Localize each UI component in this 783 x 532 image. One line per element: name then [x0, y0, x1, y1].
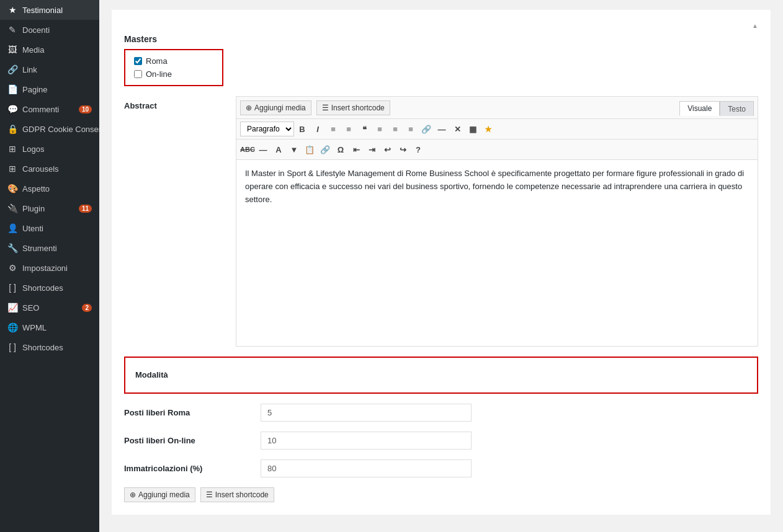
insert-shortcode-button[interactable]: ☰ Insert shortcode: [316, 100, 390, 115]
sidebar-item-logos[interactable]: ⊞ Logos: [0, 139, 99, 159]
logos-icon: ⊞: [7, 144, 17, 154]
immatricolazioni-label: Immatricolazioni (%): [124, 464, 261, 473]
plugin-icon: 🔌: [7, 203, 17, 213]
bottom-add-media-icon: ⊕: [130, 490, 136, 499]
sidebar-item-link[interactable]: 🔗 Link: [0, 60, 99, 79]
sidebar-item-testimonial[interactable]: ★ Testimonial: [0, 0, 99, 20]
checkbox-online[interactable]: [134, 70, 142, 78]
paste-text-button[interactable]: 📋: [302, 142, 317, 157]
font-color-button[interactable]: A: [271, 142, 286, 157]
posti-roma-input[interactable]: [261, 404, 472, 422]
impostazioni-icon: ⚙: [7, 263, 17, 273]
add-media-icon: ⊕: [246, 104, 252, 112]
wpml-icon: 🌐: [7, 322, 17, 332]
posti-roma-row: Posti liberi Roma: [124, 404, 758, 422]
sidebar-item-wpml[interactable]: 🌐 WPML: [0, 317, 99, 337]
sidebar-item-commenti[interactable]: 💬 Commenti 10: [0, 99, 99, 119]
sidebar-item-aspetto[interactable]: 🎨 Aspetto: [0, 179, 99, 198]
align-center-button[interactable]: ≡: [388, 122, 403, 136]
redo-button[interactable]: ↪: [395, 142, 410, 157]
sidebar-label-pagine: Pagine: [22, 85, 92, 94]
bold-button[interactable]: B: [295, 122, 310, 136]
tab-testo[interactable]: Testo: [720, 101, 754, 116]
sidebar-item-shortcodes1[interactable]: [ ] Shortcodes: [0, 278, 99, 298]
paragraph-select[interactable]: Paragrafo: [240, 122, 294, 136]
checkbox-label-roma: Roma: [146, 56, 168, 66]
editor-action-buttons: ⊕ Aggiungi media ☰ Insert shortcode: [240, 100, 393, 115]
carousels-icon: ⊞: [7, 164, 17, 174]
insert-link-button[interactable]: 🔗: [419, 122, 434, 136]
sidebar-label-strumenti: Strumenti: [22, 244, 92, 253]
gdpr-icon: 🔒: [7, 124, 17, 134]
abstract-field-row: Abstract ⊕ Aggiungi media ☰: [124, 96, 758, 347]
seo-badge: 2: [82, 304, 92, 312]
table-button[interactable]: ▦: [465, 122, 480, 136]
masters-section: Masters Roma On-line: [124, 34, 758, 86]
indent-button[interactable]: ⇥: [364, 142, 379, 157]
insert-shortcode-icon: ☰: [322, 104, 329, 112]
posti-roma-label: Posti liberi Roma: [124, 408, 261, 417]
sidebar-item-shortcodes2[interactable]: [ ] Shortcodes: [0, 337, 99, 357]
aspetto-icon: 🎨: [7, 184, 17, 193]
sidebar-item-utenti[interactable]: 👤 Utenti: [0, 218, 99, 238]
italic-button[interactable]: I: [310, 122, 325, 136]
immatricolazioni-row: Immatricolazioni (%): [124, 459, 758, 477]
sidebar-item-pagine[interactable]: 📄 Pagine: [0, 79, 99, 99]
editor-body[interactable]: Il Master in Sport & Lifestyle Managemen…: [236, 160, 758, 346]
sidebar-label-carousels: Carousels: [22, 164, 92, 174]
blockquote-button[interactable]: ❝: [357, 122, 372, 136]
ordered-list-button[interactable]: ≡: [341, 122, 356, 136]
undo-button[interactable]: ↩: [380, 142, 395, 157]
sidebar: ★ Testimonial ✎ Docenti 🖼 Media 🔗 Link 📄…: [0, 0, 99, 532]
outdent-button[interactable]: ⇤: [349, 142, 364, 157]
content-card: ▲ Masters Roma On-line Abstr: [112, 10, 771, 515]
bottom-shortcode-label: Insert shortcode: [215, 490, 269, 499]
sidebar-item-docenti[interactable]: ✎ Docenti: [0, 20, 99, 40]
bottom-insert-shortcode-button[interactable]: ☰ Insert shortcode: [200, 487, 274, 502]
align-left-button[interactable]: ≡: [372, 122, 387, 136]
horizontal-rule-button[interactable]: —: [434, 122, 449, 136]
sidebar-label-shortcodes1: Shortcodes: [22, 283, 92, 293]
sidebar-item-impostazioni[interactable]: ⚙ Impostazioni: [0, 258, 99, 278]
special-chars-button[interactable]: Ω: [333, 142, 348, 157]
bottom-shortcode-icon: ☰: [206, 490, 213, 499]
hr-button[interactable]: —: [256, 142, 271, 157]
help-button[interactable]: ?: [411, 142, 426, 157]
sidebar-item-seo[interactable]: 📈 SEO 2: [0, 298, 99, 317]
collapse-arrow-icon[interactable]: ▲: [752, 22, 758, 29]
checkbox-row-roma: Roma: [134, 56, 213, 66]
shortcodes1-icon: [ ]: [7, 283, 17, 293]
font-color-arrow[interactable]: ▼: [287, 142, 302, 157]
pagine-icon: 📄: [7, 84, 17, 94]
utenti-icon: 👤: [7, 223, 17, 233]
remove-format-button[interactable]: ✕: [450, 122, 465, 136]
strumenti-icon: 🔧: [7, 243, 17, 253]
strikethrough-button[interactable]: ABC: [240, 142, 255, 157]
special-icon-button[interactable]: ★: [481, 122, 496, 136]
sidebar-label-shortcodes2: Shortcodes: [22, 343, 92, 352]
immatricolazioni-input[interactable]: [261, 459, 472, 477]
sidebar-label-docenti: Docenti: [22, 25, 92, 35]
sidebar-label-commenti: Commenti: [22, 105, 74, 114]
link-icon: 🔗: [7, 64, 17, 74]
sidebar-item-plugin[interactable]: 🔌 Plugin 11: [0, 198, 99, 218]
remove-link-button[interactable]: 🔗: [318, 142, 333, 157]
sidebar-item-strumenti[interactable]: 🔧 Strumenti: [0, 238, 99, 258]
sidebar-item-media[interactable]: 🖼 Media: [0, 40, 99, 60]
sidebar-item-gdpr[interactable]: 🔒 GDPR Cookie Consent: [0, 119, 99, 139]
align-right-button[interactable]: ≡: [403, 122, 418, 136]
sidebar-item-carousels[interactable]: ⊞ Carousels: [0, 159, 99, 179]
sidebar-label-media: Media: [22, 45, 92, 55]
posti-online-input[interactable]: [261, 432, 472, 450]
bottom-add-media-button[interactable]: ⊕ Aggiungi media: [124, 487, 195, 502]
unordered-list-button[interactable]: ≡: [326, 122, 341, 136]
abstract-text: Il Master in Sport & Lifestyle Managemen…: [245, 167, 749, 206]
editor-tabs: Visuale Testo: [679, 99, 754, 116]
modalita-label: Modalità: [135, 370, 747, 379]
checkbox-roma[interactable]: [134, 57, 142, 65]
add-media-label: Aggiungi media: [254, 104, 306, 112]
sidebar-label-gdpr: GDPR Cookie Consent: [22, 125, 99, 134]
testimonial-icon: ★: [7, 5, 17, 15]
add-media-button[interactable]: ⊕ Aggiungi media: [240, 100, 311, 115]
tab-visuale[interactable]: Visuale: [679, 101, 720, 116]
